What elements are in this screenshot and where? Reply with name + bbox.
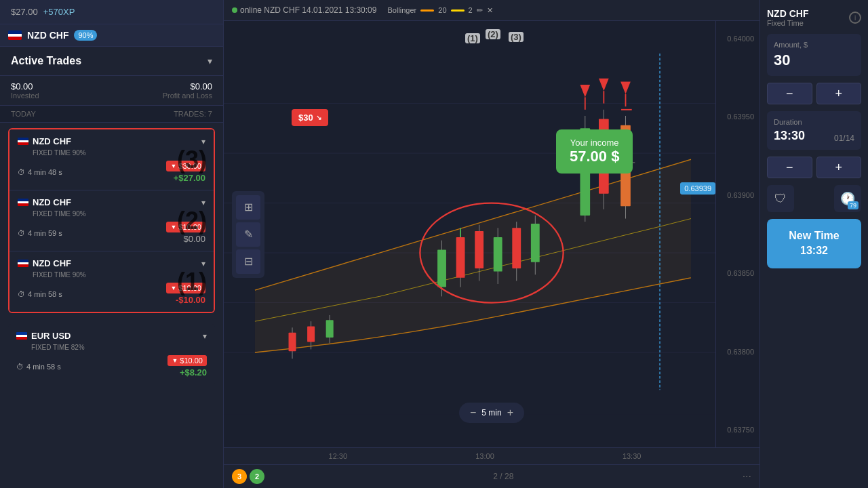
trade-3-profit: +$27.00: [174, 173, 205, 183]
instrument-name: NZD CHF: [27, 30, 68, 41]
icons-row: 🛡 🕐 79: [767, 185, 861, 212]
svg-rect-21: [494, 237, 502, 272]
income-box: Your income 57.00 $: [556, 129, 633, 174]
candlestick-chart: [224, 21, 760, 447]
candlestick-tool-button[interactable]: ⊞: [236, 195, 260, 220]
trade-2-name: NZD CHF: [33, 197, 71, 207]
eur-trade-time: ⏱ 4 min 58 s: [16, 363, 61, 371]
new-time-label: New Time: [776, 228, 852, 243]
chart-info-text: online NZD CHF 14.01.2021 13:30:09: [240, 5, 376, 15]
shield-button[interactable]: 🛡: [767, 185, 794, 212]
zoom-value: 5 min: [481, 408, 501, 418]
shield-icon: 🛡: [774, 192, 787, 206]
price-2: 0.63950: [716, 113, 760, 121]
trade-1-name: NZD CHF: [33, 258, 71, 268]
amount-plus-button[interactable]: +: [816, 83, 862, 104]
right-header: NZD CHF Fixed Time i: [767, 8, 861, 27]
chart-top-bar: online NZD CHF 14.01.2021 13:30:09 Bolli…: [224, 0, 760, 21]
amount-minus-button[interactable]: −: [767, 83, 812, 104]
bollinger-20: 20: [438, 6, 446, 14]
balance-display: $27.00: [11, 7, 38, 17]
clock-icon-3: ⏱: [18, 290, 25, 298]
eur-trade-type: FIXED TIME 82%: [31, 344, 207, 351]
top-bar: $27.00 +570XP: [0, 0, 223, 24]
today-label: TODAY: [11, 110, 36, 118]
left-panel: $27.00 +570XP NZD CHF 90% Active Trades …: [0, 0, 224, 488]
invested-label: Invested: [11, 92, 39, 100]
clock-icon: ⏱: [18, 168, 25, 176]
stats-row: $0.00 Invested $0.00 Profit and Loss: [0, 76, 223, 106]
clock-icon-eur: ⏱: [16, 363, 24, 371]
eur-flag-icon: [16, 332, 27, 340]
trade-3-flag-icon: [18, 138, 28, 145]
trades-count: TRADES: 7: [174, 110, 212, 118]
trade-2-profit: $0.00: [183, 234, 205, 244]
zoom-out-button[interactable]: −: [470, 407, 476, 419]
layout-tool-button[interactable]: ⊟: [236, 249, 260, 274]
bollinger-label: Bollinger: [387, 6, 416, 14]
amount-box: Amount, $ 30: [767, 34, 861, 76]
svg-rect-23: [512, 228, 521, 268]
more-options-icon[interactable]: ···: [743, 470, 751, 483]
clock-button[interactable]: 🕐 79: [834, 185, 861, 212]
trade-amount-badge: $30 ↘: [292, 109, 328, 126]
trade-1-profit: -$10.00: [176, 295, 205, 305]
trade-2-chevron-icon[interactable]: ▾: [201, 198, 205, 207]
price-6: 0.63750: [716, 426, 760, 434]
right-instrument-name: NZD CHF: [767, 8, 808, 19]
bollinger-yellow-line: [451, 9, 465, 12]
svg-rect-14: [437, 249, 446, 287]
instrument-bar[interactable]: NZD CHF 90%: [0, 24, 223, 47]
xp-display: +570XP: [43, 7, 75, 17]
svg-rect-10: [307, 326, 315, 342]
duration-minus-button[interactable]: −: [767, 157, 812, 178]
trade-item-2[interactable]: NZD CHF ▾ FIXED TIME 90% ⏱ 4 min 59 s ▼ …: [9, 190, 214, 251]
bollinger-2: 2: [469, 6, 473, 14]
eur-trade-chevron-icon[interactable]: ▾: [203, 331, 207, 341]
chart-area: online NZD CHF 14.01.2021 13:30:09 Bolli…: [224, 0, 760, 488]
badge-orange[interactable]: 3: [232, 469, 247, 484]
time-1330: 13:30: [623, 452, 642, 460]
current-price-badge: 0.63939: [680, 182, 715, 195]
trade-3-chevron-icon[interactable]: ▾: [201, 137, 205, 146]
svg-rect-16: [456, 237, 465, 278]
duration-plus-button[interactable]: +: [816, 157, 862, 178]
nzd-flag-icon: [8, 30, 22, 40]
right-instrument-type: Fixed Time: [767, 19, 808, 27]
trade-1-chevron-icon[interactable]: ▾: [201, 259, 205, 268]
badge-green[interactable]: 2: [250, 469, 264, 484]
active-trades-header: Active Trades ▾: [0, 47, 223, 76]
new-time-value: 13:32: [776, 243, 852, 258]
svg-rect-8: [289, 333, 296, 352]
amount-controls: − +: [767, 83, 861, 104]
eur-trade-item[interactable]: EUR USD ▾ FIXED TIME 82% ⏱ 4 min 58 s ▼ …: [8, 324, 215, 384]
eur-trade-invested: ▼ $10.00: [167, 355, 207, 366]
today-row: TODAY TRADES: 7: [0, 106, 223, 123]
chevron-down-icon[interactable]: ▾: [208, 56, 212, 66]
pnl-label: Profit and Loss: [163, 92, 212, 100]
trade-2-number: (2): [177, 207, 207, 235]
svg-rect-12: [326, 320, 334, 338]
price-labels: 0.64000 0.63950 0.63900 0.63850 0.63800 …: [715, 21, 760, 447]
trade-2-flag-icon: [18, 199, 28, 206]
time-scale: 12:30 13:00 13:30: [224, 447, 760, 464]
trade-item-3[interactable]: NZD CHF ▾ FIXED TIME 90% ⏱ 4 min 48 s ▼ …: [9, 129, 214, 190]
trade-item-1[interactable]: NZD CHF ▾ FIXED TIME 90% ⏱ 4 min 58 s ▼ …: [9, 251, 214, 312]
eur-trade-name: EUR USD: [31, 331, 71, 341]
draw-tool-button[interactable]: ✎: [236, 222, 260, 247]
svg-rect-19: [475, 231, 484, 268]
close-icon[interactable]: ✕: [487, 6, 493, 15]
zoom-in-button[interactable]: +: [507, 407, 513, 419]
instrument-badge: 90%: [74, 30, 97, 41]
bollinger-row: Bollinger 20 2 ✏ ✕: [387, 6, 492, 15]
zoom-control: − 5 min +: [459, 403, 524, 423]
edit-icon[interactable]: ✏: [477, 6, 483, 15]
online-badge: online NZD CHF 14.01.2021 13:30:09: [232, 5, 376, 15]
new-time-button[interactable]: New Time 13:32: [767, 219, 861, 268]
clock-badge: 79: [848, 201, 859, 209]
info-icon[interactable]: i: [849, 12, 861, 24]
bottom-bar: 3 2 2 / 28 ···: [224, 464, 760, 488]
arrow-label-1: (1): [465, 33, 480, 43]
clock-icon-2: ⏱: [18, 229, 25, 237]
chart-toolbar: ⊞ ✎ ⊟: [232, 191, 264, 278]
